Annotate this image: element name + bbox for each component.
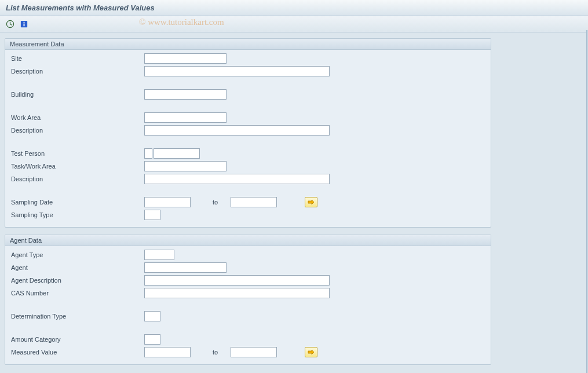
label-amountcategory: Amount Category: [11, 336, 144, 343]
input-determinationtype[interactable]: [144, 311, 160, 321]
row-building: Building: [5, 88, 491, 101]
label-testperson: Test Person: [11, 150, 144, 157]
row-taskworkarea: Task/Work Area: [5, 160, 491, 173]
row-samplingtype: Sampling Type: [5, 209, 491, 221]
multi-select-measuredvalue[interactable]: [305, 347, 317, 357]
group-body-agent: Agent Type Agent Agent Description CAS N…: [5, 246, 491, 364]
row-workarea: Work Area: [5, 111, 491, 124]
label-samplingtype: Sampling Type: [11, 211, 144, 218]
label-determinationtype: Determination Type: [11, 313, 144, 320]
svg-line-2: [10, 24, 12, 25]
input-samplingtype[interactable]: [144, 210, 160, 220]
row-agenttype: Agent Type: [5, 248, 491, 261]
label-workarea: Work Area: [11, 114, 144, 121]
row-determinationtype: Determination Type: [5, 310, 491, 323]
input-testperson-a[interactable]: [144, 148, 152, 159]
input-amountcategory[interactable]: [144, 334, 160, 345]
content-area: Measurement Data Site Description Buildi…: [0, 32, 588, 365]
input-agentdescription[interactable]: [144, 275, 330, 286]
group-agent-data: Agent Data Agent Type Agent Agent Descri…: [5, 235, 491, 365]
row-casnumber: CAS Number: [5, 287, 491, 299]
input-measuredvalue-from[interactable]: [144, 347, 191, 357]
label-measuredvalue: Measured Value: [11, 349, 144, 356]
input-description3[interactable]: [144, 174, 330, 184]
input-agent[interactable]: [144, 262, 227, 273]
row-description3: Description: [5, 173, 491, 185]
label-to-samplingdate: to: [213, 199, 218, 206]
svg-rect-5: [23, 24, 24, 27]
label-taskworkarea: Task/Work Area: [11, 163, 144, 170]
label-agentdescription: Agent Description: [11, 277, 144, 284]
group-title-agent: Agent Data: [5, 235, 491, 246]
group-title-measurement: Measurement Data: [5, 39, 491, 50]
arrow-right-icon: [308, 199, 315, 205]
multi-select-samplingdate[interactable]: [305, 197, 317, 207]
execute-clock-icon: [6, 20, 14, 28]
label-site: Site: [11, 55, 144, 62]
row-agentdescription: Agent Description: [5, 274, 491, 287]
label-samplingdate: Sampling Date: [11, 199, 144, 206]
execute-button[interactable]: [5, 19, 15, 30]
info-icon: [20, 20, 28, 28]
row-description2: Description: [5, 124, 491, 137]
watermark-text: © www.tutorialkart.com: [139, 17, 224, 27]
label-building: Building: [11, 91, 144, 98]
toolbar: © www.tutorialkart.com: [0, 16, 588, 32]
input-site[interactable]: [144, 53, 227, 64]
label-agenttype: Agent Type: [11, 251, 144, 258]
group-measurement-data: Measurement Data Site Description Buildi…: [5, 38, 491, 228]
info-button[interactable]: [19, 19, 29, 30]
input-description1[interactable]: [144, 66, 330, 76]
input-building[interactable]: [144, 89, 227, 100]
row-agent: Agent: [5, 261, 491, 274]
label-casnumber: CAS Number: [11, 290, 144, 297]
svg-rect-4: [23, 22, 24, 23]
input-testperson-b[interactable]: [154, 148, 200, 159]
label-agent: Agent: [11, 264, 144, 271]
label-description3: Description: [11, 175, 144, 182]
arrow-right-icon: [308, 349, 315, 355]
input-samplingdate-to[interactable]: [231, 197, 277, 207]
input-samplingdate-from[interactable]: [144, 197, 191, 207]
row-site: Site: [5, 52, 491, 65]
input-taskworkarea[interactable]: [144, 161, 227, 171]
page-title-bar: List Measurements with Measured Values: [0, 0, 588, 16]
label-to-measuredvalue: to: [213, 349, 218, 356]
row-description1: Description: [5, 65, 491, 78]
input-measuredvalue-to[interactable]: [231, 347, 277, 357]
input-workarea[interactable]: [144, 112, 227, 123]
row-amountcategory: Amount Category: [5, 333, 491, 346]
group-body-measurement: Site Description Building Work Area Desc…: [5, 50, 491, 227]
row-measuredvalue: Measured Value to: [5, 346, 491, 359]
page-title: List Measurements with Measured Values: [6, 3, 155, 12]
input-casnumber[interactable]: [144, 288, 330, 298]
row-samplingdate: Sampling Date to: [5, 196, 491, 209]
row-testperson: Test Person: [5, 147, 491, 160]
label-description2: Description: [11, 127, 144, 134]
input-agenttype[interactable]: [144, 250, 174, 260]
input-description2[interactable]: [144, 125, 330, 136]
label-description1: Description: [11, 68, 144, 75]
